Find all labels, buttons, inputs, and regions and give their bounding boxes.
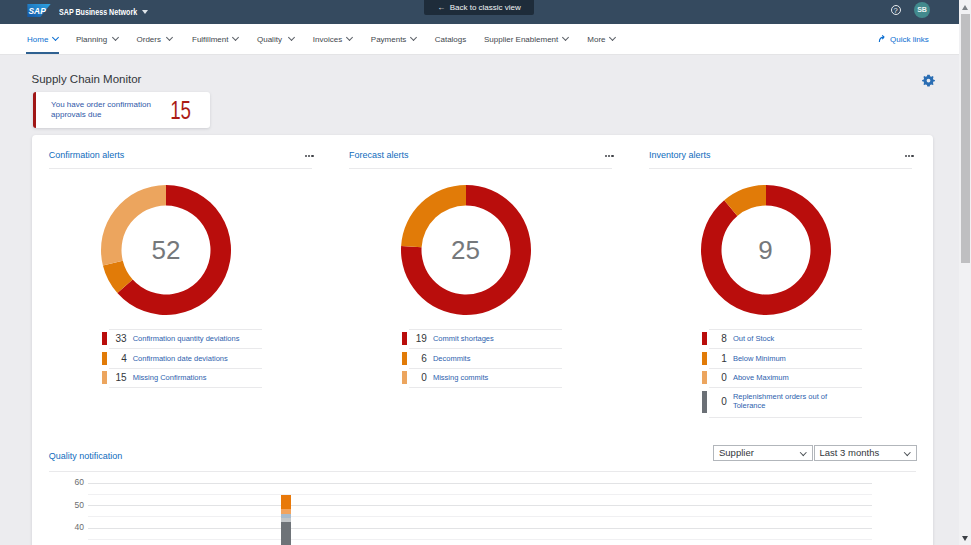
svg-text:SAP: SAP <box>29 6 47 16</box>
